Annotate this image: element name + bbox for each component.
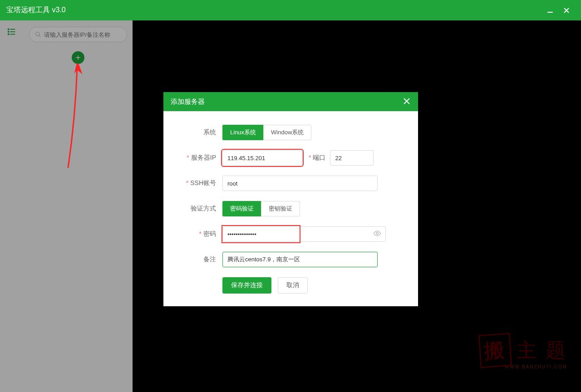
port-input[interactable] bbox=[330, 150, 374, 166]
plus-icon bbox=[75, 54, 81, 61]
tab-linux[interactable]: Linux系统 bbox=[222, 125, 263, 140]
svg-point-9 bbox=[36, 32, 39, 36]
svg-point-3 bbox=[8, 29, 9, 29]
close-icon bbox=[403, 97, 411, 105]
modal-header: 添加服务器 bbox=[163, 92, 418, 111]
svg-point-5 bbox=[8, 31, 9, 32]
server-search-input[interactable] bbox=[44, 31, 121, 38]
cancel-button[interactable]: 取消 bbox=[278, 277, 308, 294]
label-password: *密码 bbox=[182, 230, 222, 238]
eye-icon bbox=[373, 230, 381, 238]
label-port: *端口 bbox=[309, 154, 325, 162]
modal-title: 添加服务器 bbox=[171, 98, 403, 106]
label-remark: 备注 bbox=[182, 255, 222, 264]
toggle-password-visibility[interactable] bbox=[373, 230, 381, 239]
password-input[interactable] bbox=[222, 226, 386, 242]
system-tabs: Linux系统 Window系统 bbox=[222, 125, 311, 140]
label-ssh-account: *SSH账号 bbox=[182, 179, 222, 187]
svg-point-15 bbox=[376, 232, 379, 235]
ssh-account-input[interactable] bbox=[222, 176, 378, 191]
svg-line-10 bbox=[39, 35, 41, 37]
add-server-modal: 添加服务器 系统 Linux系统 Window系统 *服务器IP *端口 bbox=[163, 92, 418, 306]
label-system: 系统 bbox=[182, 128, 222, 137]
menu-list-icon[interactable] bbox=[7, 30, 17, 38]
close-button[interactable] bbox=[558, 7, 575, 14]
add-server-button[interactable] bbox=[72, 51, 84, 64]
tab-auth-password[interactable]: 密码验证 bbox=[222, 201, 261, 216]
server-list-panel bbox=[24, 20, 133, 392]
app-title: 宝塔远程工具 v3.0 bbox=[6, 5, 542, 15]
remark-input[interactable] bbox=[222, 252, 378, 267]
modal-close-button[interactable] bbox=[403, 97, 411, 107]
tab-auth-key[interactable]: 密钥验证 bbox=[261, 201, 300, 216]
server-ip-input[interactable] bbox=[222, 150, 302, 166]
title-bar: 宝塔远程工具 v3.0 bbox=[0, 0, 581, 20]
minimize-button[interactable] bbox=[542, 7, 558, 14]
side-rail bbox=[0, 20, 24, 392]
server-search[interactable] bbox=[29, 27, 127, 42]
tab-windows[interactable]: Window系统 bbox=[263, 125, 311, 140]
modal-body: 系统 Linux系统 Window系统 *服务器IP *端口 *SSH账号 bbox=[163, 111, 418, 306]
search-icon bbox=[35, 31, 41, 38]
label-server-ip: *服务器IP bbox=[182, 154, 222, 162]
svg-point-7 bbox=[8, 34, 9, 34]
save-connect-button[interactable]: 保存并连接 bbox=[222, 277, 271, 294]
auth-tabs: 密码验证 密钥验证 bbox=[222, 201, 300, 216]
label-auth-method: 验证方式 bbox=[182, 205, 222, 213]
